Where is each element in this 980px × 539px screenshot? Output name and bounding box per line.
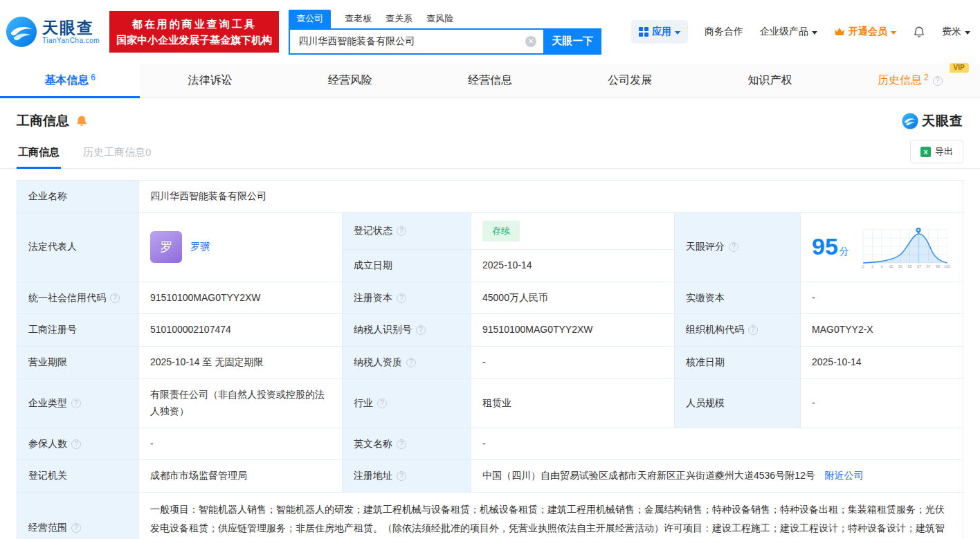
- help-icon[interactable]: [729, 242, 738, 252]
- search-tab-risk[interactable]: 查风险: [426, 10, 453, 28]
- field-label-business-term: 营业期限: [17, 347, 139, 379]
- clear-icon[interactable]: [525, 36, 536, 47]
- tab-operating-info[interactable]: 经营信息: [420, 64, 560, 98]
- slogan-banner: 都在用的商业查询工具 国家中小企业发展子基金旗下机构: [109, 11, 279, 53]
- tab-legal-proceedings[interactable]: 法律诉讼: [140, 64, 280, 98]
- table-row: 经营范围 一般项目：智能机器人销售；智能机器人的研发；建筑工程机械与设备租赁；机…: [17, 493, 963, 539]
- tab-company-development[interactable]: 公司发展: [560, 64, 700, 98]
- search-input[interactable]: [289, 28, 543, 55]
- subtab-history-business-info[interactable]: 历史工商信息0: [82, 140, 152, 168]
- field-label-business-scope: 经营范围: [17, 493, 139, 539]
- table-row: 企业名称 四川华西智能装备有限公司: [17, 181, 963, 213]
- field-value-business-scope: 一般项目：智能机器人销售；智能机器人的研发；建筑工程机械与设备租赁；机械设备租赁…: [139, 493, 963, 539]
- field-label-insured-num: 参保人数: [17, 428, 139, 460]
- tianyancha-watermark: 天眼查: [902, 112, 963, 130]
- help-icon[interactable]: [377, 399, 387, 408]
- field-value-business-term: 2025-10-14 至 无固定期限: [139, 347, 343, 379]
- subscribe-bell-icon[interactable]: [75, 115, 88, 127]
- svg-text:65: 65: [907, 264, 911, 268]
- help-icon[interactable]: [933, 76, 943, 86]
- field-label-company-name: 企业名称: [17, 181, 139, 213]
- field-label-taxpayer-quality: 纳税人资质: [343, 347, 471, 379]
- field-label-reg-status: 登记状态: [343, 212, 471, 249]
- notification-bell[interactable]: [913, 26, 925, 38]
- nav-open-vip[interactable]: 开通会员: [834, 26, 896, 38]
- help-icon[interactable]: [110, 293, 120, 303]
- chevron-down-icon: [812, 31, 817, 35]
- grid-icon: [639, 27, 648, 37]
- export-button[interactable]: X 导出: [910, 140, 963, 163]
- help-icon[interactable]: [397, 226, 406, 236]
- nearby-companies-link[interactable]: 附近公司: [825, 470, 864, 481]
- search-tab-company[interactable]: 查公司: [289, 10, 331, 28]
- vip-badge: VIP: [950, 63, 969, 73]
- page-title: 工商信息: [17, 112, 69, 130]
- help-icon[interactable]: [397, 439, 406, 449]
- field-label-approve-date: 核准日期: [675, 347, 801, 379]
- brand-name: 天眼查: [42, 19, 100, 37]
- tab-basic-info[interactable]: 基本信息6: [0, 64, 140, 98]
- field-value-credit-code: 91510100MAG0TYY2XW: [139, 282, 343, 314]
- help-icon[interactable]: [71, 399, 81, 408]
- table-row: 统一社会信用代码 91510100MAG0TYY2XW 注册资本 45000万人…: [17, 282, 963, 314]
- field-value-company-name: 四川华西智能装备有限公司: [139, 181, 963, 213]
- help-icon[interactable]: [406, 358, 416, 367]
- sub-tabs: 工商信息 历史工商信息0 X 导出: [0, 140, 980, 169]
- page: 天眼查 TianYanCha.com 都在用的商业查询工具 国家中小企业发展子基…: [0, 0, 980, 539]
- main-tabs: 基本信息6 法律诉讼 经营风险 经营信息 公司发展 知识产权 历史信息2 VIP: [0, 64, 980, 98]
- search-button[interactable]: 天眼一下: [543, 28, 601, 55]
- tab-operating-risk[interactable]: 经营风险: [280, 64, 420, 98]
- status-badge: 存续: [482, 221, 520, 241]
- avatar[interactable]: 罗: [150, 231, 182, 263]
- help-icon[interactable]: [71, 523, 81, 533]
- field-label-reg-number: 工商注册号: [17, 314, 139, 347]
- tianyancha-logo[interactable]: 天眼查 TianYanCha.com: [6, 16, 100, 48]
- nav-apps[interactable]: 应用: [631, 20, 688, 44]
- top-nav: 应用 商务合作 企业级产品 开通会员: [631, 20, 970, 44]
- help-icon[interactable]: [71, 439, 81, 449]
- search-tabs: 查公司 查老板 查关系 查风险: [289, 10, 601, 28]
- tab-count: 2: [924, 73, 929, 82]
- svg-text:15: 15: [889, 264, 893, 268]
- svg-text:X: X: [923, 149, 927, 156]
- table-row: 企业类型 有限责任公司（非自然人投资或控股的法人独资） 行业 租赁业 人员规模 …: [17, 379, 963, 428]
- tab-count: 6: [91, 73, 96, 82]
- field-value-reg-number: 510100002107474: [139, 314, 343, 347]
- nav-cooperation[interactable]: 商务合作: [705, 26, 743, 38]
- subtab-business-info[interactable]: 工商信息: [17, 140, 61, 168]
- field-label-paid-capital: 实缴资本: [675, 282, 801, 314]
- svg-text:3: 3: [880, 264, 882, 268]
- nav-user[interactable]: 费米: [942, 26, 970, 38]
- field-label-staff-size: 人员规模: [675, 379, 801, 428]
- svg-text:1: 1: [871, 264, 873, 268]
- search-tab-boss[interactable]: 查老板: [345, 10, 372, 28]
- slogan-line2: 国家中小企业发展子基金旗下机构: [116, 32, 272, 48]
- score-unit: 分: [840, 246, 849, 257]
- help-icon[interactable]: [397, 293, 406, 303]
- field-value-industry: 租赁业: [471, 379, 675, 428]
- help-icon[interactable]: [397, 471, 406, 481]
- field-value-taxpayer-id: 91510100MAG0TYY2XW: [471, 314, 675, 347]
- crown-icon: [834, 27, 845, 37]
- field-label-english-name: 英文名称: [343, 428, 471, 460]
- field-label-reg-capital: 注册资本: [343, 282, 471, 314]
- tab-history-info[interactable]: 历史信息2 VIP: [840, 64, 980, 98]
- field-label-company-type: 企业类型: [17, 379, 139, 428]
- bell-icon: [913, 26, 925, 38]
- field-value-paid-capital: -: [801, 282, 963, 314]
- field-value-score: 95分: [801, 212, 963, 282]
- table-row: 营业期限 2025-10-14 至 无固定期限 纳税人资质 - 核准日期 202…: [17, 347, 963, 379]
- field-label-taxpayer-id: 纳税人识别号: [343, 314, 471, 347]
- search-tab-relation[interactable]: 查关系: [385, 10, 412, 28]
- excel-icon: X: [920, 147, 931, 157]
- help-icon[interactable]: [748, 325, 758, 335]
- table-row: 参保人数 - 英文名称 -: [17, 428, 963, 460]
- legal-rep-link[interactable]: 罗骥: [190, 239, 210, 255]
- nav-enterprise-products[interactable]: 企业级产品: [760, 26, 817, 38]
- field-label-address: 注册地址: [343, 460, 471, 493]
- tab-intellectual-property[interactable]: 知识产权: [700, 64, 840, 98]
- field-value-english-name: -: [471, 428, 963, 460]
- help-icon[interactable]: [416, 325, 426, 335]
- field-label-industry: 行业: [343, 379, 471, 428]
- table-row: 工商注册号 510100002107474 纳税人识别号 91510100MAG…: [17, 314, 963, 347]
